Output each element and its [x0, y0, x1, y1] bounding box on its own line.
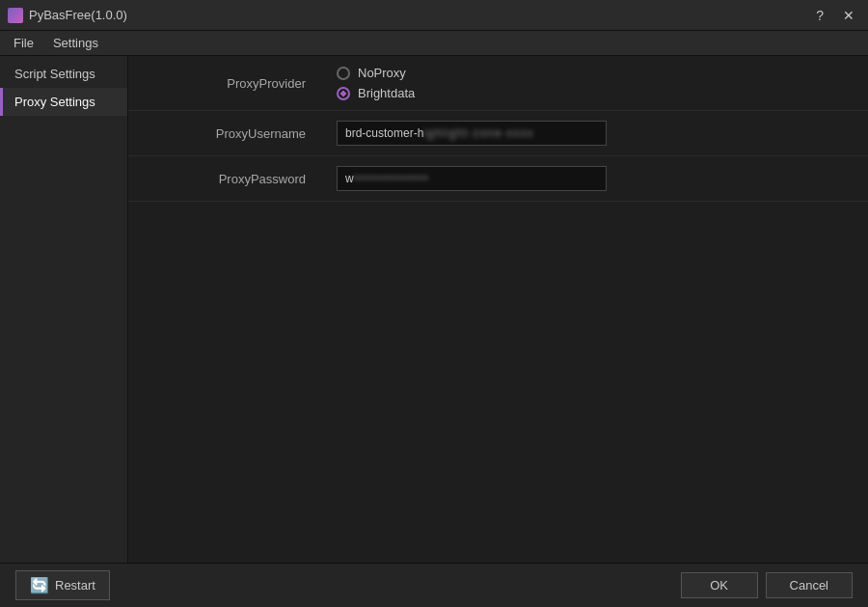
- radio-brightdata-circle: [337, 87, 350, 100]
- radio-noproxy[interactable]: NoProxy: [337, 66, 853, 80]
- restart-button[interactable]: 🔄 Restart: [15, 570, 110, 600]
- radio-noproxy-circle: [337, 67, 350, 80]
- proxy-username-label: ProxyUsername: [128, 111, 321, 156]
- close-button[interactable]: ✕: [837, 7, 860, 24]
- title-bar-controls: ? ✕: [810, 7, 860, 24]
- bottom-actions: OK Cancel: [681, 572, 853, 598]
- restart-label: Restart: [55, 578, 95, 593]
- title-bar-left: PyBasFree(1.0.0): [8, 8, 127, 23]
- content-area: ProxyProvider NoProxy Brightdata: [128, 56, 868, 563]
- proxy-username-value: brd-customer-highlight-zone-xxxx: [321, 111, 868, 156]
- proxy-provider-label: ProxyProvider: [128, 56, 321, 111]
- proxy-password-value: w•••••••••••••••: [321, 156, 868, 202]
- restart-icon: 🔄: [30, 576, 49, 594]
- proxy-password-hidden: •••••••••••••••: [354, 172, 429, 185]
- proxy-username-visible: brd-customer-h: [345, 126, 423, 140]
- app-title: PyBasFree(1.0.0): [29, 8, 127, 22]
- app-icon: [8, 8, 23, 23]
- proxy-password-label: ProxyPassword: [128, 156, 321, 202]
- sidebar: Script Settings Proxy Settings: [0, 56, 128, 563]
- menu-bar: File Settings: [0, 31, 868, 56]
- proxy-username-display: brd-customer-highlight-zone-xxxx: [337, 121, 607, 146]
- cancel-button[interactable]: Cancel: [766, 572, 853, 598]
- settings-table: ProxyProvider NoProxy Brightdata: [128, 56, 868, 202]
- proxy-password-display: w•••••••••••••••: [337, 166, 607, 191]
- proxy-password-row: ProxyPassword w•••••••••••••••: [128, 156, 868, 202]
- help-button[interactable]: ?: [810, 7, 829, 24]
- radio-noproxy-label: NoProxy: [358, 66, 406, 80]
- proxy-username-row: ProxyUsername brd-customer-highlight-zon…: [128, 111, 868, 156]
- title-bar: PyBasFree(1.0.0) ? ✕: [0, 0, 868, 31]
- menu-file[interactable]: File: [4, 34, 43, 52]
- menu-settings[interactable]: Settings: [43, 34, 108, 52]
- proxy-provider-row: ProxyProvider NoProxy Brightdata: [128, 56, 868, 111]
- sidebar-item-proxy-settings[interactable]: Proxy Settings: [0, 88, 127, 116]
- radio-brightdata[interactable]: Brightdata: [337, 86, 853, 100]
- proxy-password-visible-w: w: [345, 172, 354, 185]
- proxy-provider-value: NoProxy Brightdata: [321, 56, 868, 111]
- main-area: Script Settings Proxy Settings ProxyProv…: [0, 56, 868, 563]
- bottom-bar: 🔄 Restart OK Cancel: [0, 563, 868, 607]
- ok-button[interactable]: OK: [681, 572, 758, 598]
- proxy-username-hidden: ighlight-zone-xxxx: [423, 126, 533, 140]
- radio-brightdata-label: Brightdata: [358, 86, 415, 100]
- proxy-provider-radio-group: NoProxy Brightdata: [337, 66, 853, 100]
- sidebar-item-script-settings[interactable]: Script Settings: [0, 60, 127, 88]
